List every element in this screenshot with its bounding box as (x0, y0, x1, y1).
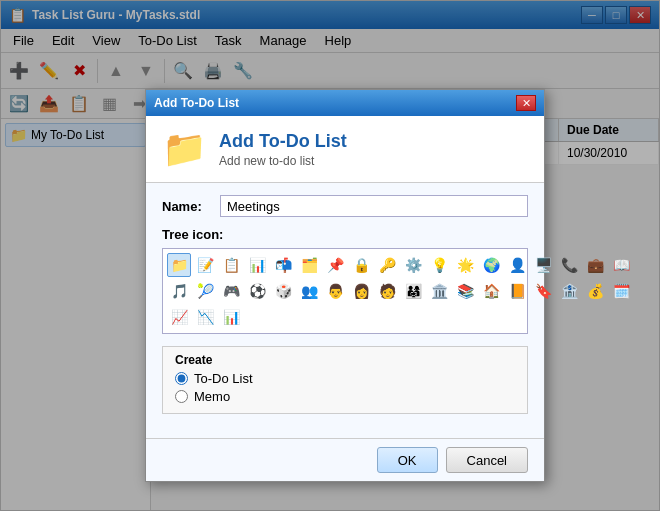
icon-cell-game[interactable]: 🎮 (219, 279, 243, 303)
icon-cell-house[interactable]: 🏠 (479, 279, 503, 303)
dialog-title-bar: Add To-Do List ✕ (146, 90, 544, 116)
radio-todo-label: To-Do List (194, 371, 253, 386)
icon-cell-key[interactable]: 🔑 (375, 253, 399, 277)
icon-cell-phone[interactable]: 📞 (557, 253, 581, 277)
cancel-button[interactable]: Cancel (446, 447, 528, 473)
radio-memo-label: Memo (194, 389, 230, 404)
dialog-title: Add To-Do List (154, 96, 516, 110)
icon-cell-dice[interactable]: 🎲 (271, 279, 295, 303)
icon-cell-pin[interactable]: 📌 (323, 253, 347, 277)
icon-cell-monitor[interactable]: 🖥️ (531, 253, 555, 277)
name-row: Name: (162, 195, 528, 217)
icon-cell-money[interactable]: 💰 (583, 279, 607, 303)
icon-cell-music[interactable]: 🎵 (167, 279, 191, 303)
icon-cell-books2[interactable]: 📙 (505, 279, 529, 303)
dialog-footer: OK Cancel (146, 438, 544, 481)
ok-button[interactable]: OK (377, 447, 438, 473)
icon-cell-group[interactable]: 👥 (297, 279, 321, 303)
radio-todo-row: To-Do List (175, 371, 515, 386)
main-window: 📋 Task List Guru - MyTasks.stdl ─ □ ✕ Fi… (0, 0, 660, 511)
dialog-close-button[interactable]: ✕ (516, 95, 536, 111)
icon-cell-globe[interactable]: 🌍 (479, 253, 503, 277)
icon-cell-files[interactable]: 🗂️ (297, 253, 321, 277)
add-todo-dialog: Add To-Do List ✕ 📁 Add To-Do List Add ne… (145, 89, 545, 482)
radio-memo-row: Memo (175, 389, 515, 404)
radio-todo[interactable] (175, 372, 188, 385)
icon-cell-calendar[interactable]: 🗓️ (609, 279, 633, 303)
name-input[interactable] (220, 195, 528, 217)
dialog-header-subtitle: Add new to-do list (219, 154, 347, 168)
create-section: Create To-Do List Memo (162, 346, 528, 414)
icon-cell-woman[interactable]: 👩 (349, 279, 373, 303)
icon-cell-tennis[interactable]: 🎾 (193, 279, 217, 303)
radio-memo[interactable] (175, 390, 188, 403)
icon-cell-man[interactable]: 👨 (323, 279, 347, 303)
dialog-header: 📁 Add To-Do List Add new to-do list (146, 116, 544, 183)
dialog-header-icon: 📁 (162, 128, 207, 170)
icon-cell-chart-up[interactable]: 📈 (167, 305, 191, 329)
icon-cell-building[interactable]: 🏛️ (427, 279, 451, 303)
icon-cell-family[interactable]: 👨‍👩‍👧 (401, 279, 425, 303)
icon-cell-mailbox[interactable]: 📬 (271, 253, 295, 277)
tree-icon-label: Tree icon: (162, 227, 528, 242)
icon-cell-person[interactable]: 👤 (505, 253, 529, 277)
create-label: Create (175, 353, 515, 367)
icon-cell-soccer[interactable]: ⚽ (245, 279, 269, 303)
icon-grid: 📁 📝 📋 📊 📬 🗂️ 📌 🔒 🔑 ⚙️ 💡 🌟 🌍 👤 🖥️ 📞 (162, 248, 528, 334)
icon-cell-person2[interactable]: 🧑 (375, 279, 399, 303)
icon-cell-book[interactable]: 📖 (609, 253, 633, 277)
icon-cell-chart2[interactable]: 📊 (219, 305, 243, 329)
icon-cell-bulb2[interactable]: 🌟 (453, 253, 477, 277)
dialog-body: Name: Tree icon: 📁 📝 📋 📊 📬 🗂️ 📌 🔒 🔑 ⚙️ 💡 (146, 183, 544, 438)
dialog-header-title: Add To-Do List (219, 131, 347, 152)
icon-cell-clipboard[interactable]: 📋 (219, 253, 243, 277)
icon-cell-bulb1[interactable]: 💡 (427, 253, 451, 277)
name-label: Name: (162, 199, 212, 214)
icon-cell-chart-down[interactable]: 📉 (193, 305, 217, 329)
icon-cell-gear[interactable]: ⚙️ (401, 253, 425, 277)
icon-cell-bookmark[interactable]: 🔖 (531, 279, 555, 303)
icon-cell-bank[interactable]: 🏦 (557, 279, 581, 303)
icon-cell-books[interactable]: 📚 (453, 279, 477, 303)
icon-cell-briefcase[interactable]: 💼 (583, 253, 607, 277)
icon-cell-chart[interactable]: 📊 (245, 253, 269, 277)
modal-overlay: Add To-Do List ✕ 📁 Add To-Do List Add ne… (1, 1, 659, 510)
icon-cell-folder[interactable]: 📁 (167, 253, 191, 277)
icon-cell-notepad[interactable]: 📝 (193, 253, 217, 277)
icon-cell-lock[interactable]: 🔒 (349, 253, 373, 277)
dialog-header-text: Add To-Do List Add new to-do list (219, 131, 347, 168)
